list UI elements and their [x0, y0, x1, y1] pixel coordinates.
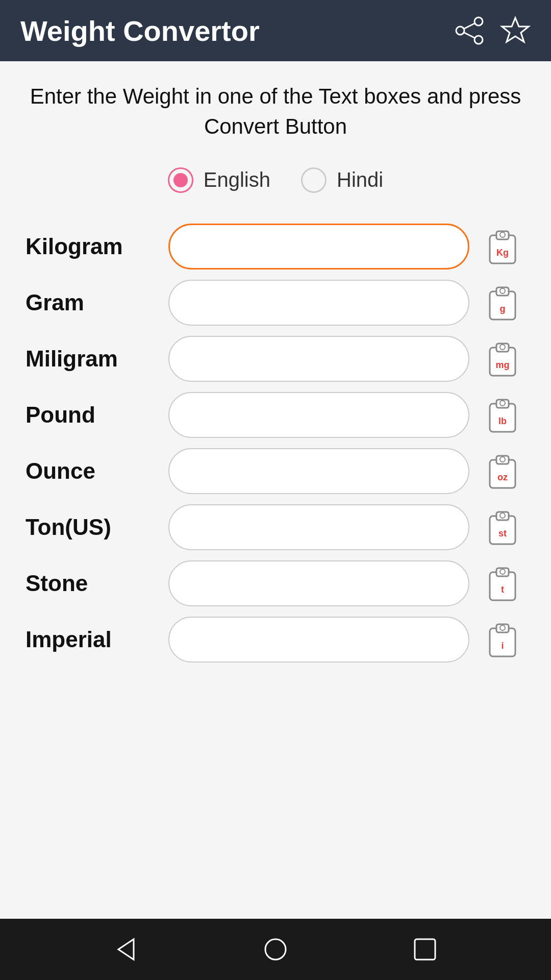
svg-point-24 [500, 457, 505, 462]
label-stone: Stone [26, 571, 168, 596]
svg-marker-5 [502, 18, 529, 42]
input-kilogram[interactable] [168, 224, 469, 270]
svg-point-32 [500, 569, 505, 574]
svg-text:st: st [498, 528, 507, 538]
input-gram[interactable] [168, 280, 469, 326]
english-radio-label: English [204, 168, 270, 191]
main-content: Enter the Weight in one of the Text boxe… [0, 61, 551, 919]
home-icon[interactable] [260, 934, 291, 965]
label-imperial: Imperial [26, 627, 168, 652]
svg-text:mg: mg [496, 360, 510, 370]
app-header: Weight Convertor [0, 0, 551, 61]
svg-point-12 [500, 288, 505, 293]
svg-text:g: g [500, 304, 506, 314]
bottom-navigation [0, 919, 551, 980]
hindi-radio-circle[interactable] [301, 167, 327, 193]
svg-line-3 [464, 23, 474, 29]
input-ounce[interactable] [168, 448, 469, 494]
icon-imperial: i [480, 617, 525, 663]
english-radio[interactable]: English [168, 167, 270, 193]
svg-text:t: t [501, 584, 504, 595]
svg-point-16 [500, 345, 505, 350]
icon-kilogram: Kg [480, 224, 525, 270]
input-stone[interactable] [168, 560, 469, 606]
label-ounce: Ounce [26, 458, 168, 484]
hindi-radio[interactable]: Hindi [301, 167, 383, 193]
svg-text:lb: lb [498, 416, 507, 426]
svg-point-28 [500, 513, 505, 518]
svg-rect-40 [415, 939, 435, 960]
weight-row-imperial: Imperial i [26, 617, 525, 663]
svg-marker-38 [118, 939, 134, 960]
english-radio-circle[interactable] [168, 167, 193, 193]
svg-point-2 [474, 36, 483, 44]
label-gram: Gram [26, 290, 168, 315]
instruction-text: Enter the Weight in one of the Text boxe… [26, 82, 525, 142]
weight-row-kilogram: Kilogram Kg [26, 224, 525, 270]
star-icon[interactable] [500, 15, 531, 46]
label-miligram: Miligram [26, 346, 168, 372]
weight-row-stone: Stone t [26, 560, 525, 606]
svg-text:Kg: Kg [496, 248, 509, 258]
weight-fields: Kilogram Kg Gram g Miligram [26, 224, 525, 663]
back-icon[interactable] [111, 934, 141, 965]
input-miligram[interactable] [168, 336, 469, 382]
icon-gram: g [480, 280, 525, 326]
svg-point-39 [265, 939, 286, 960]
share-icon[interactable] [454, 15, 485, 46]
input-pound[interactable] [168, 392, 469, 438]
svg-text:oz: oz [497, 472, 508, 482]
icon-ton-us: st [480, 504, 525, 550]
svg-point-20 [500, 401, 505, 406]
label-pound: Pound [26, 402, 168, 428]
recent-icon[interactable] [410, 934, 440, 965]
svg-point-1 [456, 27, 464, 35]
icon-ounce: oz [480, 448, 525, 494]
weight-row-ounce: Ounce oz [26, 448, 525, 494]
icon-miligram: mg [480, 336, 525, 382]
icon-pound: lb [480, 392, 525, 438]
svg-point-0 [474, 17, 483, 26]
label-ton-us: Ton(US) [26, 514, 168, 540]
svg-text:i: i [501, 641, 504, 651]
weight-row-miligram: Miligram mg [26, 336, 525, 382]
weight-row-ton-us: Ton(US) st [26, 504, 525, 550]
language-selector: English Hindi [168, 167, 383, 193]
hindi-radio-label: Hindi [337, 168, 383, 191]
svg-point-36 [500, 625, 505, 630]
icon-stone: t [480, 560, 525, 606]
weight-row-gram: Gram g [26, 280, 525, 326]
header-actions [454, 15, 531, 46]
input-imperial[interactable] [168, 617, 469, 663]
svg-line-4 [464, 33, 474, 38]
input-ton-us[interactable] [168, 504, 469, 550]
svg-point-8 [500, 232, 505, 237]
weight-row-pound: Pound lb [26, 392, 525, 438]
app-title: Weight Convertor [20, 14, 260, 47]
label-kilogram: Kilogram [26, 234, 168, 259]
